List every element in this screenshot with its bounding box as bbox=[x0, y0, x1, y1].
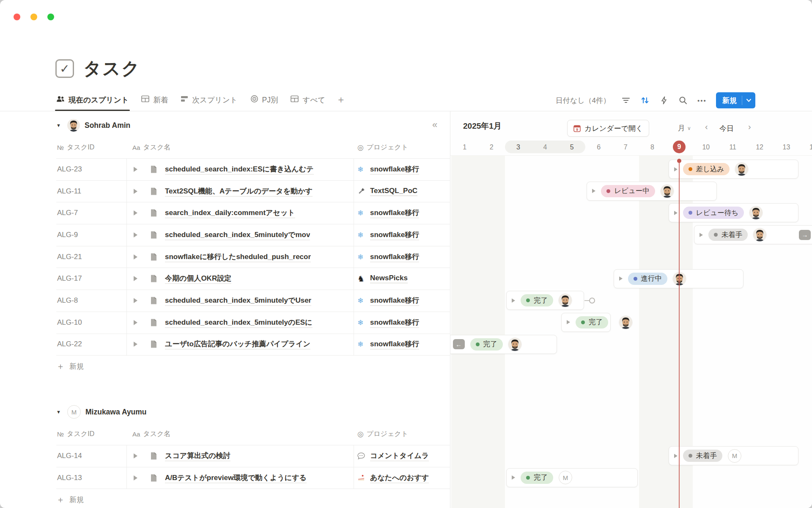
row-toggle-icon[interactable] bbox=[134, 342, 137, 347]
timeline-bar[interactable]: 未着手M bbox=[669, 446, 798, 465]
project-link[interactable]: snowflake移行 bbox=[370, 208, 419, 218]
sort-icon[interactable] bbox=[640, 95, 650, 105]
timeline-bar[interactable]: 完了 bbox=[506, 291, 584, 310]
continues-right-chip[interactable]: → bbox=[799, 230, 811, 240]
task-name-link[interactable]: scheduled_search_index_5minutelyのESに bbox=[165, 317, 313, 328]
column-header-name[interactable]: Aaタスク名 bbox=[132, 143, 170, 152]
collapse-pane-icon[interactable]: « bbox=[432, 119, 437, 130]
row-toggle-icon[interactable] bbox=[134, 475, 137, 480]
column-header-name[interactable]: Aaタスク名 bbox=[132, 430, 170, 439]
new-task-row[interactable]: ＋新規 bbox=[56, 355, 84, 377]
bar-toggle-icon[interactable] bbox=[512, 475, 515, 480]
task-id: ALG-7 bbox=[57, 209, 78, 217]
row-toggle-icon[interactable] bbox=[134, 189, 137, 194]
timeline-bar[interactable]: 完了M bbox=[506, 468, 638, 487]
column-header-id[interactable]: №タスクID bbox=[57, 430, 94, 439]
avatar: M bbox=[559, 471, 572, 484]
row-toggle-icon[interactable] bbox=[134, 453, 137, 458]
column-header-id[interactable]: №タスクID bbox=[57, 143, 94, 152]
project-link[interactable]: snowflake移行 bbox=[370, 229, 419, 240]
task-name-link[interactable]: snowflakeに移行したsheduled_push_recor bbox=[165, 251, 311, 262]
project-link[interactable]: snowflake移行 bbox=[370, 251, 419, 262]
status-pill: 進行中 bbox=[628, 273, 668, 285]
project-link[interactable]: snowflake移行 bbox=[370, 295, 419, 306]
task-name-link[interactable]: ユーザto広告記事のバッチ推薦パイプライン bbox=[165, 339, 310, 350]
column-header-project[interactable]: ◎プロジェクト bbox=[357, 430, 408, 439]
project-link[interactable]: NewsPicks bbox=[370, 274, 408, 283]
new-button[interactable]: 新規 bbox=[716, 92, 755, 108]
task-name-link[interactable]: スコア算出式の検討 bbox=[165, 450, 230, 461]
zap-icon[interactable] bbox=[659, 95, 669, 105]
disclosure-triangle-icon[interactable]: ▼ bbox=[56, 409, 63, 414]
prev-period-button[interactable]: ‹ bbox=[705, 122, 708, 132]
filter-icon[interactable] bbox=[621, 95, 631, 105]
project-link[interactable]: snowflake移行 bbox=[370, 164, 419, 174]
bar-toggle-icon[interactable] bbox=[674, 454, 678, 458]
column-header-project[interactable]: ◎プロジェクト bbox=[357, 143, 408, 152]
day-number: 7 bbox=[612, 141, 639, 153]
add-view-button[interactable]: + bbox=[338, 89, 344, 111]
bar-toggle-icon[interactable] bbox=[674, 211, 678, 215]
project-link[interactable]: snowflake移行 bbox=[370, 339, 419, 350]
page-doc-icon bbox=[150, 253, 157, 261]
tab-by-project[interactable]: PJ別 bbox=[250, 89, 278, 111]
table-row: ALG-14スコア算出式の検討コメントタイムラ bbox=[56, 445, 450, 467]
row-toggle-icon[interactable] bbox=[134, 167, 137, 172]
date-filter-chip[interactable]: 日付なし（4件） bbox=[556, 96, 610, 105]
search-icon[interactable] bbox=[678, 95, 688, 105]
timeline-bar[interactable]: 未着手 bbox=[694, 225, 812, 244]
today-day-badge[interactable]: 9 bbox=[673, 141, 686, 153]
row-toggle-icon[interactable] bbox=[134, 298, 137, 303]
maximize-window-button[interactable] bbox=[47, 14, 54, 20]
project-link[interactable]: snowflake移行 bbox=[370, 317, 419, 328]
avatar bbox=[661, 185, 674, 198]
minimize-window-button[interactable] bbox=[30, 14, 37, 20]
timeline-bar[interactable]: レビュー待ち bbox=[669, 203, 798, 222]
next-period-button[interactable]: › bbox=[748, 122, 751, 132]
disclosure-triangle-icon[interactable]: ▼ bbox=[56, 123, 63, 128]
timeline-bar[interactable]: レビュー中 bbox=[587, 182, 716, 201]
timeline-bar[interactable]: 差し込み bbox=[669, 160, 798, 179]
bar-toggle-icon[interactable] bbox=[512, 298, 515, 303]
task-name-link[interactable]: 今期の個人OKR設定 bbox=[165, 273, 231, 284]
row-toggle-icon[interactable] bbox=[134, 276, 137, 281]
task-name-link[interactable]: scheduled_search_index_5minutelyでmov bbox=[165, 229, 310, 240]
tab-next-sprint[interactable]: 次スプリント bbox=[181, 89, 237, 111]
timeline-bar[interactable]: 完了 bbox=[561, 313, 611, 332]
task-name-link[interactable]: search_index_daily:commentアセット bbox=[165, 208, 295, 218]
dependency-connector-handle[interactable] bbox=[589, 298, 595, 304]
timeline-unit-dropdown[interactable]: 月∨ bbox=[678, 123, 691, 133]
project-link[interactable]: TextSQL_PoC bbox=[370, 187, 417, 196]
tab-all[interactable]: すべて bbox=[291, 89, 325, 111]
table-row: ALG-10scheduled_search_index_5minutelyのE… bbox=[56, 312, 450, 334]
row-toggle-icon[interactable] bbox=[134, 210, 137, 215]
row-toggle-icon[interactable] bbox=[134, 254, 137, 260]
task-name-link[interactable]: A/Bテストがpreview環境で動くようにする bbox=[165, 472, 307, 483]
bar-toggle-icon[interactable] bbox=[619, 276, 623, 281]
table-row: ALG-7search_index_daily:commentアセット❄snow… bbox=[56, 202, 450, 224]
bar-toggle-icon[interactable] bbox=[592, 189, 595, 193]
timeline-header-divider bbox=[450, 155, 812, 156]
project-link[interactable]: コメントタイムラ bbox=[370, 450, 429, 461]
task-name-link[interactable]: scheduled_search_index_5minutelyでUser bbox=[165, 295, 311, 306]
bar-toggle-icon[interactable] bbox=[674, 167, 678, 171]
snowflake-icon: ❄ bbox=[357, 253, 363, 260]
chevron-down-icon[interactable] bbox=[742, 92, 755, 108]
more-icon[interactable]: ••• bbox=[697, 95, 707, 105]
close-window-button[interactable] bbox=[14, 14, 20, 20]
bar-toggle-icon[interactable] bbox=[700, 233, 703, 237]
project-link[interactable]: あなたへのおすす bbox=[370, 472, 429, 483]
bar-toggle-icon[interactable] bbox=[567, 320, 570, 324]
avatar bbox=[735, 163, 748, 176]
tab-new[interactable]: 新着 bbox=[141, 89, 168, 111]
tab-current-sprint[interactable]: 現在のスプリント bbox=[56, 89, 129, 111]
new-task-row[interactable]: ＋新規 bbox=[56, 489, 84, 508]
row-toggle-icon[interactable] bbox=[134, 320, 137, 325]
task-name-link[interactable]: scheduled_search_index:ESに書き込んむテ bbox=[165, 164, 314, 174]
row-toggle-icon[interactable] bbox=[134, 232, 137, 237]
continues-left-chip[interactable]: ← bbox=[453, 339, 465, 349]
task-name-link[interactable]: Text2SQL機能、Aテーブルのデータを動かす bbox=[165, 186, 313, 196]
today-button[interactable]: 今日 bbox=[719, 124, 734, 133]
open-calendar-button[interactable]: 9 カレンダーで開く bbox=[567, 120, 649, 137]
timeline-bar[interactable]: ←完了 bbox=[450, 335, 557, 354]
